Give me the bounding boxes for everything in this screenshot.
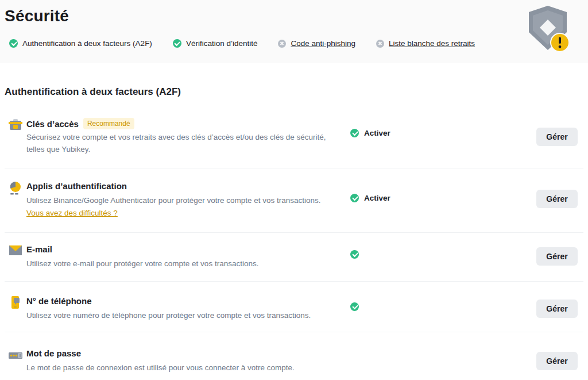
row-passkeys: Clés d’accès Recommandé Sécurisez votre … <box>5 113 583 168</box>
row-password: Mot de passe Le mot de passe de connexio… <box>5 332 583 380</box>
row-title-line: Clés d’accès Recommandé <box>26 118 134 129</box>
row-description: Utilisez votre e-mail pour protéger votr… <box>26 258 258 270</box>
manage-email-button[interactable]: Gérer <box>536 247 578 266</box>
row-status: Activer <box>350 194 390 202</box>
authenticator-app-icon <box>8 181 23 195</box>
row-title-line: N° de téléphone <box>26 296 92 306</box>
row-title-line: Mot de passe <box>26 348 81 358</box>
having-trouble-link[interactable]: Vous avez des difficultés ? <box>26 207 118 219</box>
status-text: Activer <box>364 129 390 137</box>
status-identity-verification: Vérification d’identité <box>173 39 258 48</box>
security-page: Sécurité Authentification à deux facteur… <box>0 0 588 380</box>
row-status: Activer <box>350 129 390 137</box>
phone-icon <box>8 295 23 310</box>
page-title: Sécurité <box>5 7 69 25</box>
row-phone: N° de téléphone Utilisez votre numéro de… <box>5 282 583 332</box>
status-anti-phishing-link[interactable]: Code anti-phishing <box>278 39 355 48</box>
row-email: E-mail Utilisez votre e-mail pour protég… <box>5 233 583 282</box>
check-circle-icon <box>350 129 359 137</box>
manage-authenticator-button[interactable]: Gérer <box>536 190 578 208</box>
check-circle-icon <box>173 39 181 48</box>
check-circle-icon <box>350 302 359 311</box>
cross-circle-icon <box>376 40 384 48</box>
row-title-line: E-mail <box>26 244 52 254</box>
row-title: Applis d’authentification <box>26 181 127 191</box>
shield-alert-icon <box>526 5 570 54</box>
status-link-label[interactable]: Code anti-phishing <box>291 39 355 48</box>
row-description: Sécurisez votre compte et vos retraits a… <box>26 131 336 155</box>
status-link-label[interactable]: Liste blanche des retraits <box>389 39 475 48</box>
page-header: Sécurité Authentification à deux facteur… <box>0 0 588 63</box>
manage-phone-button[interactable]: Gérer <box>536 300 578 318</box>
status-withdrawal-whitelist-link[interactable]: Liste blanche des retraits <box>376 39 475 48</box>
security-status-row: Authentification à deux facteurs (A2F) V… <box>9 39 475 48</box>
email-icon <box>8 243 23 258</box>
status-label: Vérification d’identité <box>186 39 258 48</box>
row-title: N° de téléphone <box>26 296 92 306</box>
row-authenticator-app: Applis d’authentification Utilisez Binan… <box>5 168 583 233</box>
row-description: Utilisez votre numéro de téléphone pour … <box>26 309 311 321</box>
row-title-line: Applis d’authentification <box>26 181 127 191</box>
row-description: Le mot de passe de connexion est utilisé… <box>26 362 295 374</box>
cross-circle-icon <box>278 40 286 48</box>
recommended-badge: Recommandé <box>83 118 134 129</box>
row-title: Mot de passe <box>26 348 81 358</box>
row-title: E-mail <box>26 244 52 254</box>
section-title-2fa: Authentification à deux facteurs (A2F) <box>5 86 181 98</box>
check-circle-icon <box>9 39 18 48</box>
check-circle-icon <box>350 194 359 202</box>
manage-passkeys-button[interactable]: Gérer <box>536 128 578 146</box>
row-description-text: Utilisez Binance/Google Authenticator po… <box>26 196 321 205</box>
row-title: Clés d’accès <box>26 119 79 129</box>
status-text: Activer <box>364 194 390 202</box>
status-label: Authentification à deux facteurs (A2F) <box>22 39 152 48</box>
status-2fa: Authentification à deux facteurs (A2F) <box>9 39 152 48</box>
check-circle-icon <box>350 250 359 259</box>
row-description: Utilisez Binance/Google Authenticator po… <box>26 194 321 219</box>
row-status <box>350 250 364 259</box>
password-icon <box>8 348 23 363</box>
passkey-safe-icon <box>8 117 23 132</box>
row-status <box>350 302 364 311</box>
manage-password-button[interactable]: Gérer <box>536 352 578 370</box>
